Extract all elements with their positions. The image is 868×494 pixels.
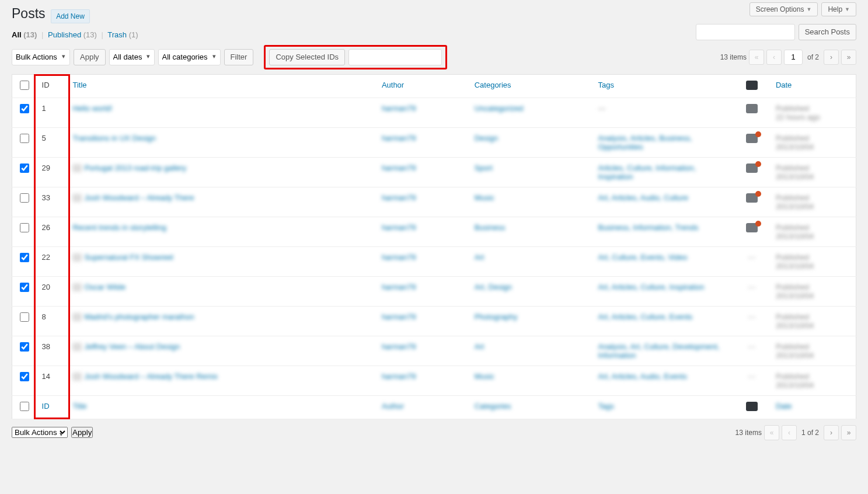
row-checkbox[interactable] [20, 134, 29, 143]
screen-options-button[interactable]: Screen Options▼ [750, 2, 818, 16]
prev-page-button[interactable]: ‹ [766, 50, 782, 65]
col-categories[interactable]: Categories [470, 74, 594, 98]
author-link[interactable]: harman79 [382, 253, 416, 262]
tags-link[interactable]: Articles, Culture, Information, Inspirat… [598, 163, 696, 181]
category-link[interactable]: Art, Design [475, 283, 512, 291]
prev-page-button-bottom[interactable]: ‹ [782, 425, 797, 440]
filter-button[interactable]: Filter [224, 49, 254, 65]
post-title-link[interactable]: Recent trends in storytelling [72, 223, 166, 232]
category-link[interactable]: Design [475, 134, 498, 142]
row-checkbox[interactable] [20, 283, 29, 292]
col-comments-foot[interactable] [733, 395, 771, 419]
copy-selected-ids-button[interactable]: Copy Selected IDs [269, 49, 345, 65]
category-link[interactable]: Music [475, 372, 494, 381]
col-tags-foot[interactable]: Tags [593, 395, 732, 419]
category-link[interactable]: Uncategorized [475, 104, 524, 113]
tags-link[interactable]: Analysis, Art, Culture, Development, Inf… [598, 342, 719, 360]
author-link[interactable]: harman79 [382, 104, 416, 113]
tags-link[interactable]: Art, Articles, Culture, Events [598, 312, 692, 321]
category-link[interactable]: Art [475, 342, 484, 351]
tags-link[interactable]: Art, Articles, Culture, Inspiration [598, 283, 704, 291]
author-link[interactable]: harman79 [382, 342, 416, 351]
col-comments[interactable] [733, 74, 771, 98]
tags-link[interactable]: Art, Culture, Events, Video [598, 253, 687, 262]
post-title-link[interactable]: Josh Woodward – Already There [72, 193, 194, 202]
comment-count-icon[interactable] [746, 223, 758, 234]
post-title-link[interactable]: Transitions in UX Design [72, 134, 156, 142]
col-categories-foot[interactable]: Categories [470, 395, 594, 419]
row-id: 22 [37, 246, 68, 276]
col-date-foot[interactable]: Date [771, 395, 856, 419]
last-page-button-bottom[interactable]: » [841, 425, 856, 440]
apply-button-bottom[interactable]: Apply [71, 427, 93, 438]
category-link[interactable]: Photography [475, 312, 518, 321]
next-page-button-bottom[interactable]: › [824, 425, 839, 440]
author-link[interactable]: harman79 [382, 283, 416, 291]
col-tags[interactable]: Tags [593, 74, 732, 98]
post-title-link[interactable]: Josh Woodward – Already There Remix [72, 372, 218, 381]
comment-count-icon[interactable] [746, 104, 758, 113]
filter-trash[interactable]: Trash (1) [107, 30, 138, 39]
first-page-button-bottom[interactable]: « [764, 425, 779, 440]
select-all-checkbox-bottom[interactable] [20, 402, 29, 411]
row-id: 20 [37, 276, 68, 306]
apply-button[interactable]: Apply [74, 49, 106, 65]
post-title-link[interactable]: Oscar Wilde [72, 283, 126, 291]
author-link[interactable]: harman79 [382, 312, 416, 321]
row-checkbox[interactable] [20, 372, 29, 381]
post-title-link[interactable]: Madrid's photographer marathon [72, 312, 194, 321]
first-page-button[interactable]: « [749, 50, 764, 65]
col-title[interactable]: Title [68, 74, 377, 98]
row-checkbox[interactable] [20, 193, 29, 203]
filter-all[interactable]: All (13) [12, 30, 37, 39]
search-input[interactable] [696, 24, 795, 40]
selected-ids-input[interactable] [348, 49, 442, 65]
help-button[interactable]: Help▼ [821, 2, 856, 16]
row-checkbox[interactable] [20, 342, 29, 352]
author-link[interactable]: harman79 [382, 223, 416, 232]
filter-published[interactable]: Published (13) [48, 30, 97, 39]
add-new-button[interactable]: Add New [51, 9, 90, 23]
comment-icon [746, 81, 758, 90]
category-filter-select[interactable]: All categories [158, 49, 221, 65]
col-title-foot[interactable]: Title [68, 395, 377, 419]
row-checkbox[interactable] [20, 223, 29, 232]
col-date[interactable]: Date [771, 74, 856, 98]
post-title-link[interactable]: Jeffrey Veen – About Design [72, 342, 180, 351]
next-page-button[interactable]: › [824, 50, 839, 65]
comment-count-icon[interactable] [746, 163, 758, 175]
tags-link[interactable]: Art, Articles, Audio, Events [598, 372, 686, 381]
author-link[interactable]: harman79 [382, 372, 416, 381]
search-button[interactable]: Search Posts [799, 24, 856, 40]
bulk-actions-select[interactable]: Bulk Actions [12, 49, 70, 65]
category-link[interactable]: Art [475, 253, 484, 262]
col-author[interactable]: Author [377, 74, 470, 98]
post-title-link[interactable]: Hello world! [72, 104, 112, 113]
select-all-checkbox[interactable] [20, 81, 29, 90]
date-filter-select[interactable]: All dates [109, 49, 155, 65]
col-id[interactable]: ID [37, 74, 68, 98]
last-page-button[interactable]: » [841, 50, 856, 65]
comment-count-icon[interactable] [746, 134, 758, 145]
category-link[interactable]: Music [475, 193, 494, 202]
post-title-link[interactable]: Portugal 2013 road-trip gallery [72, 163, 186, 172]
tags-link[interactable]: Business, Information, Trends [598, 223, 698, 232]
comment-count-icon[interactable] [746, 193, 758, 204]
category-link[interactable]: Business [475, 223, 506, 232]
tags-link[interactable]: Art, Articles, Audio, Culture [598, 193, 688, 202]
table-row: 33Josh Woodward – Already Thereharman79M… [12, 187, 856, 217]
row-checkbox[interactable] [20, 163, 29, 173]
author-link[interactable]: harman79 [382, 134, 416, 142]
bulk-actions-select-bottom[interactable]: Bulk Actions [12, 427, 68, 438]
row-checkbox[interactable] [20, 312, 29, 322]
current-page-input[interactable] [784, 50, 803, 65]
author-link[interactable]: harman79 [382, 163, 416, 172]
row-checkbox[interactable] [20, 104, 29, 113]
category-link[interactable]: Sport [475, 163, 493, 172]
author-link[interactable]: harman79 [382, 193, 416, 202]
col-author-foot[interactable]: Author [377, 395, 470, 419]
post-title-link[interactable]: Supernatural FX Showreel [72, 253, 173, 262]
tags-link[interactable]: Analysis, Articles, Business, Opportunit… [598, 134, 692, 151]
row-checkbox[interactable] [20, 253, 29, 262]
col-id-foot[interactable]: ID [37, 395, 68, 419]
